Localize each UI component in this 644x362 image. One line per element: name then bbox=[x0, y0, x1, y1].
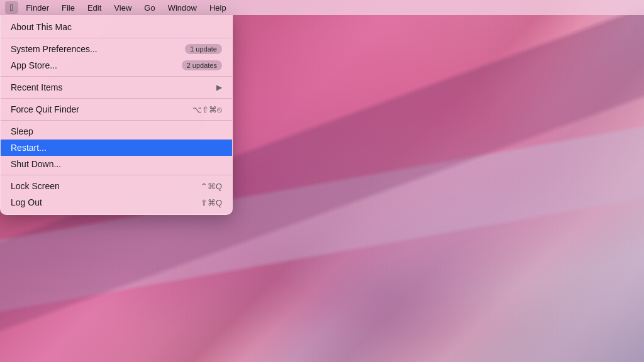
log-out-shortcut: ⇧⌘Q bbox=[201, 198, 222, 207]
app-store-badge: 2 updates bbox=[182, 60, 222, 70]
restart-item[interactable]: Restart... bbox=[1, 140, 232, 156]
go-menu[interactable]: Go bbox=[139, 2, 160, 14]
window-menu[interactable]: Window bbox=[163, 2, 202, 14]
about-this-mac-item[interactable]: About This Mac bbox=[1, 19, 232, 35]
lock-screen-shortcut: ⌃⌘Q bbox=[201, 182, 222, 191]
edit-menu[interactable]: Edit bbox=[82, 2, 106, 14]
separator-2 bbox=[1, 76, 232, 77]
shut-down-item[interactable]: Shut Down... bbox=[1, 156, 232, 172]
sleep-item[interactable]: Sleep bbox=[1, 123, 232, 140]
desktop:  Finder File Edit View Go Window Help A… bbox=[0, 0, 644, 362]
file-menu[interactable]: File bbox=[57, 2, 80, 14]
finder-menu[interactable]: Finder bbox=[21, 2, 54, 14]
apple-icon:  bbox=[10, 3, 13, 13]
recent-items-item[interactable]: Recent Items ▶ bbox=[1, 79, 232, 96]
force-quit-shortcut: ⌥⇧⌘⎋ bbox=[192, 105, 222, 114]
force-quit-item[interactable]: Force Quit Finder ⌥⇧⌘⎋ bbox=[1, 101, 232, 118]
system-preferences-item[interactable]: System Preferences... 1 update bbox=[1, 41, 232, 57]
app-store-item[interactable]: App Store... 2 updates bbox=[1, 57, 232, 74]
separator-3 bbox=[1, 98, 232, 99]
apple-menu-button[interactable]:  bbox=[5, 1, 18, 14]
log-out-item[interactable]: Log Out ⇧⌘Q bbox=[1, 194, 232, 211]
menubar:  Finder File Edit View Go Window Help bbox=[0, 0, 644, 15]
view-menu[interactable]: View bbox=[109, 2, 136, 14]
apple-dropdown-menu: About This Mac System Preferences... 1 u… bbox=[0, 15, 233, 215]
separator-4 bbox=[1, 120, 232, 121]
lock-screen-item[interactable]: Lock Screen ⌃⌘Q bbox=[1, 178, 232, 194]
system-prefs-badge: 1 update bbox=[185, 44, 222, 54]
separator-5 bbox=[1, 175, 232, 175]
help-menu[interactable]: Help bbox=[204, 2, 231, 14]
recent-items-chevron-icon: ▶ bbox=[216, 83, 222, 92]
separator-1 bbox=[1, 38, 232, 38]
